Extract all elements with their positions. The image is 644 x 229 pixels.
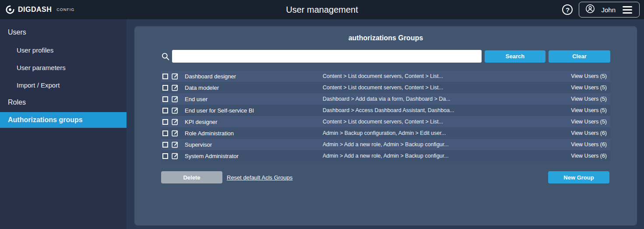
edit-icon[interactable] [172,118,179,125]
group-permissions: Dashboard > Access Dashboard Assistant, … [323,107,571,113]
user-menu[interactable]: John [579,2,640,18]
group-permissions: Content > List document servers, Content… [323,85,571,91]
group-name: System Administrator [185,153,323,159]
group-permissions: Admin > Backup configuration, Admin > Ed… [323,130,571,136]
row-checkbox[interactable] [162,74,168,79]
user-icon [585,4,595,15]
group-name: End user [185,96,323,102]
group-name: Role Administration [185,130,323,137]
edit-icon[interactable] [172,84,179,91]
edit-icon[interactable] [172,107,179,114]
group-permissions: Content > List document servers, Content… [323,119,571,125]
row-checkbox[interactable] [162,96,168,102]
row-checkbox[interactable] [162,130,168,136]
row-checkbox[interactable] [162,108,168,113]
group-name: Supervisor [185,141,323,148]
edit-icon[interactable] [172,130,179,137]
reset-default-acls-link[interactable]: Reset default Acls Groups [227,174,292,181]
group-name: Data modeler [185,85,323,91]
view-users-link[interactable]: View Users (6) [571,130,607,136]
row-checkbox[interactable] [162,85,168,91]
group-name: KPI designer [185,119,323,125]
digdash-logo-icon [5,5,15,14]
row-checkbox[interactable] [162,142,168,148]
clear-button[interactable]: Clear [549,50,610,63]
group-permissions: Admin > Add a new role, Admin > Backup c… [323,153,571,159]
group-name: End user for Self-service BI [185,107,323,114]
edit-icon[interactable] [172,95,179,102]
panel-title: authorizations Groups [161,26,610,42]
sidebar-item-users[interactable]: Users [0,24,127,41]
edit-icon[interactable] [172,73,179,80]
new-group-button[interactable]: New Group [548,171,609,183]
user-name: John [601,6,616,14]
table-row[interactable]: System Administrator Admin > Add a new r… [161,150,610,162]
row-checkbox[interactable] [162,153,168,159]
app-logo: DIGDASH CONFIG [0,5,74,14]
table-row[interactable]: Supervisor Admin > Add a new role, Admin… [161,139,610,150]
page-title: User management [0,0,644,19]
search-button[interactable]: Search [485,50,545,63]
table-row[interactable]: Data modeler Content > List document ser… [161,82,610,93]
view-users-link[interactable]: View Users (5) [571,96,607,102]
edit-icon[interactable] [172,152,179,159]
group-permissions: Content > List document servers, Content… [323,73,571,79]
sidebar-item-user-parameters[interactable]: User parameters [0,59,127,76]
table-row[interactable]: End user for Self-service BI Dashboard >… [161,105,610,116]
table-row[interactable]: Role Administration Admin > Backup confi… [161,127,610,139]
view-users-link[interactable]: View Users (6) [571,153,607,159]
search-icon[interactable] [161,52,170,61]
group-permissions: Admin > Add a new role, Admin > Backup c… [323,141,571,148]
sidebar-item-import-export[interactable]: Import / Export [0,76,127,94]
table-row[interactable]: Dashboard designer Content > List docume… [161,70,610,82]
topbar-controls: ? John [562,2,644,18]
panel-footer: Delete Reset default Acls Groups New Gro… [161,171,610,183]
view-users-link[interactable]: View Users (5) [571,119,607,125]
view-users-link[interactable]: View Users (6) [571,141,607,148]
brand-name: DIGDASH [18,6,52,14]
view-users-link[interactable]: View Users (5) [571,85,607,91]
view-users-link[interactable]: View Users (5) [571,73,607,79]
view-users-link[interactable]: View Users (5) [571,107,607,113]
table-row[interactable]: KPI designer Content > List document ser… [161,116,610,127]
sidebar-item-authorizations-groups[interactable]: Authorizations groups [0,112,127,128]
table-row[interactable]: End user Dashboard > Add data via a form… [161,93,610,105]
search-bar: Search Clear [161,50,610,63]
menu-icon[interactable] [622,5,633,14]
help-icon[interactable]: ? [562,4,573,15]
edit-icon[interactable] [172,141,179,148]
group-permissions: Dashboard > Add data via a form, Dashboa… [323,96,571,102]
brand-suffix: CONFIG [56,7,74,12]
groups-table: Dashboard designer Content > List docume… [161,70,610,162]
authorizations-groups-panel: authorizations Groups Search Clear Dashb… [134,26,637,225]
sidebar-item-roles[interactable]: Roles [0,94,127,111]
sidebar-nav: UsersUser profilesUser parametersImport … [0,19,127,229]
delete-button[interactable]: Delete [161,171,222,183]
group-name: Dashboard designer [185,73,323,80]
search-input[interactable] [172,50,482,63]
topbar: DIGDASH CONFIG User management ? John [0,0,644,19]
row-checkbox[interactable] [162,119,168,125]
sidebar-item-user-profiles[interactable]: User profiles [0,41,127,59]
